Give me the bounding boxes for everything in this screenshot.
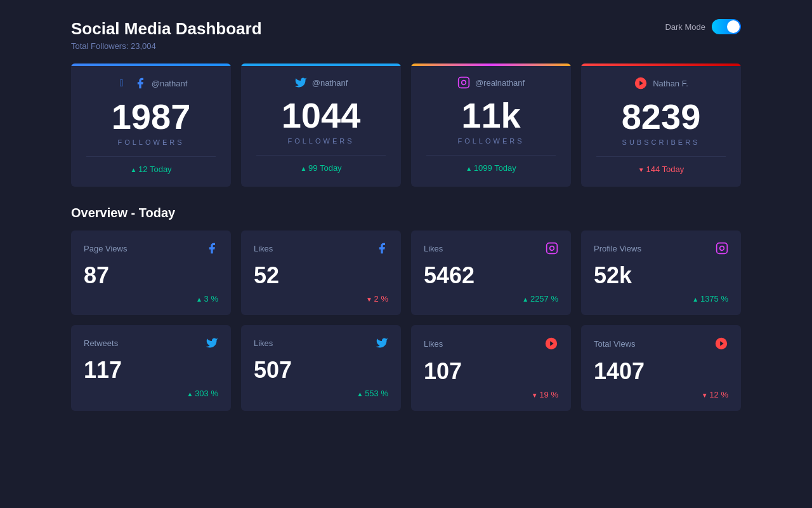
- youtube-count: 8239: [596, 99, 726, 135]
- metric-label-retweets: Retweets: [84, 338, 118, 348]
- metric-profile-views: Profile Views 52k 1375 %: [581, 231, 741, 315]
- metric-yt-likes: Likes 107 19 %: [411, 325, 571, 411]
- twitter-username-row: @nathanf: [256, 76, 386, 89]
- metric-footer-ig-likes: 2257 %: [424, 294, 558, 304]
- overview-section: Overview - Today Page Views 87 3 % Likes…: [0, 206, 812, 411]
- metric-instagram-icon-1: [546, 242, 558, 255]
- metric-value-profile-views: 52k: [594, 262, 728, 289]
- metric-label-ig-likes: Likes: [424, 244, 443, 253]
- overview-title: Overview - Today: [71, 206, 741, 220]
- total-followers-subtitle: Total Followers: 23,004: [71, 41, 262, 51]
- follower-card-youtube: Nathan F. 8239 SUBSCRIBERS 144 Today: [581, 64, 741, 187]
- metric-header-total-views: Total Views: [594, 337, 728, 351]
- metric-change-fb-likes: 2 %: [366, 294, 388, 304]
- metric-change-tw-likes: 553 %: [357, 389, 388, 398]
- metric-footer-yt-likes: 19 %: [424, 390, 558, 399]
- metric-footer-total-views: 12 %: [594, 390, 728, 399]
- metric-label-yt-likes: Likes: [424, 339, 443, 349]
- metric-youtube-icon-2: [714, 337, 728, 351]
- metric-twitter-icon-1: [206, 337, 218, 349]
- metric-label-profile-views: Profile Views: [594, 244, 641, 253]
- metric-value-fb-likes: 52: [254, 262, 388, 289]
- follower-card-twitter: @nathanf 1044 FOLLOWERS 99 Today: [241, 64, 401, 187]
- metric-label-page-views: Page Views: [84, 244, 127, 253]
- metric-header-page-views: Page Views: [84, 242, 218, 255]
- dark-mode-label: Dark Mode: [665, 22, 705, 32]
- follower-card-instagram: @realnathanf 11k FOLLOWERS 1099 Today: [411, 64, 571, 187]
- facebook-icon-svg: [134, 77, 147, 90]
- metric-change-page-views: 3 %: [196, 294, 218, 304]
- dark-mode-switch[interactable]: [712, 19, 741, 34]
- metric-retweets: Retweets 117 303 %: [71, 325, 231, 411]
- youtube-change: 144 Today: [596, 164, 726, 174]
- facebook-change: 12 Today: [86, 164, 216, 174]
- metric-value-yt-likes: 107: [424, 358, 558, 385]
- metric-footer-page-views: 3 %: [84, 294, 218, 304]
- metric-fb-likes: Likes 52 2 %: [241, 231, 401, 315]
- followers-section:  @nathanf 1987 FOLLOWERS 12 Today @nath…: [0, 64, 812, 187]
- overview-grid-row2: Retweets 117 303 % Likes 507 553 % Likes: [71, 325, 741, 411]
- youtube-username: Nathan F.: [653, 79, 688, 88]
- metric-header-profile-views: Profile Views: [594, 242, 728, 255]
- youtube-icon: [634, 76, 648, 90]
- metric-tw-likes: Likes 507 553 %: [241, 325, 401, 411]
- metric-header-retweets: Retweets: [84, 337, 218, 349]
- facebook-username-row:  @nathanf: [86, 76, 216, 90]
- metric-change-profile-views: 1375 %: [692, 294, 728, 304]
- metric-label-fb-likes: Likes: [254, 244, 273, 253]
- metric-total-views: Total Views 1407 12 %: [581, 325, 741, 411]
- metric-value-tw-likes: 507: [254, 357, 388, 384]
- metric-twitter-icon-2: [376, 337, 388, 349]
- metric-header-tw-likes: Likes: [254, 337, 388, 349]
- metric-facebook-icon-1: [206, 242, 218, 255]
- metric-header-fb-likes: Likes: [254, 242, 388, 255]
- metric-ig-likes: Likes 5462 2257 %: [411, 231, 571, 315]
- metric-label-tw-likes: Likes: [254, 338, 273, 348]
- svg-rect-4: [547, 243, 558, 254]
- instagram-icon: [457, 76, 470, 89]
- twitter-count: 1044: [256, 98, 386, 133]
- instagram-change: 1099 Today: [426, 163, 556, 173]
- dark-mode-toggle-container: Dark Mode: [665, 19, 741, 34]
- follower-card-facebook:  @nathanf 1987 FOLLOWERS 12 Today: [71, 64, 231, 187]
- metric-footer-fb-likes: 2 %: [254, 294, 388, 304]
- metric-page-views: Page Views 87 3 %: [71, 231, 231, 315]
- instagram-type: FOLLOWERS: [426, 137, 556, 145]
- metric-youtube-icon-1: [544, 337, 558, 351]
- metric-value-total-views: 1407: [594, 358, 728, 385]
- facebook-username: @nathanf: [152, 79, 188, 88]
- header-left: Social Media Dashboard Total Followers: …: [71, 19, 262, 51]
- metric-instagram-icon-2: [716, 242, 728, 255]
- metric-change-yt-likes: 19 %: [532, 390, 558, 399]
- instagram-count: 11k: [426, 98, 556, 133]
- page-title: Social Media Dashboard: [71, 19, 262, 39]
- metric-footer-profile-views: 1375 %: [594, 294, 728, 304]
- metric-header-yt-likes: Likes: [424, 337, 558, 351]
- page-header: Social Media Dashboard Total Followers: …: [0, 0, 812, 64]
- svg-rect-6: [717, 243, 728, 254]
- metric-label-total-views: Total Views: [594, 339, 636, 349]
- facebook-count: 1987: [86, 99, 216, 135]
- toggle-knob: [727, 20, 740, 33]
- youtube-username-row: Nathan F.: [596, 76, 726, 90]
- twitter-type: FOLLOWERS: [256, 137, 386, 145]
- twitter-icon: [294, 76, 307, 89]
- metric-footer-retweets: 303 %: [84, 389, 218, 398]
- metric-change-ig-likes: 2257 %: [522, 294, 558, 304]
- metric-change-total-views: 12 %: [702, 390, 728, 399]
- twitter-change: 99 Today: [256, 163, 386, 173]
- metric-value-page-views: 87: [84, 262, 218, 289]
- youtube-type: SUBSCRIBERS: [596, 138, 726, 146]
- instagram-username-row: @realnathanf: [426, 76, 556, 89]
- metric-value-retweets: 117: [84, 357, 218, 384]
- metric-footer-tw-likes: 553 %: [254, 389, 388, 398]
- metric-change-retweets: 303 %: [187, 389, 218, 398]
- metric-value-ig-likes: 5462: [424, 262, 558, 289]
- facebook-type: FOLLOWERS: [86, 138, 216, 146]
- instagram-username: @realnathanf: [475, 78, 525, 88]
- facebook-icon: : [115, 76, 129, 90]
- metric-facebook-icon-2: [376, 242, 388, 255]
- metric-header-ig-likes: Likes: [424, 242, 558, 255]
- svg-rect-0: [459, 77, 469, 88]
- twitter-username: @nathanf: [312, 78, 348, 88]
